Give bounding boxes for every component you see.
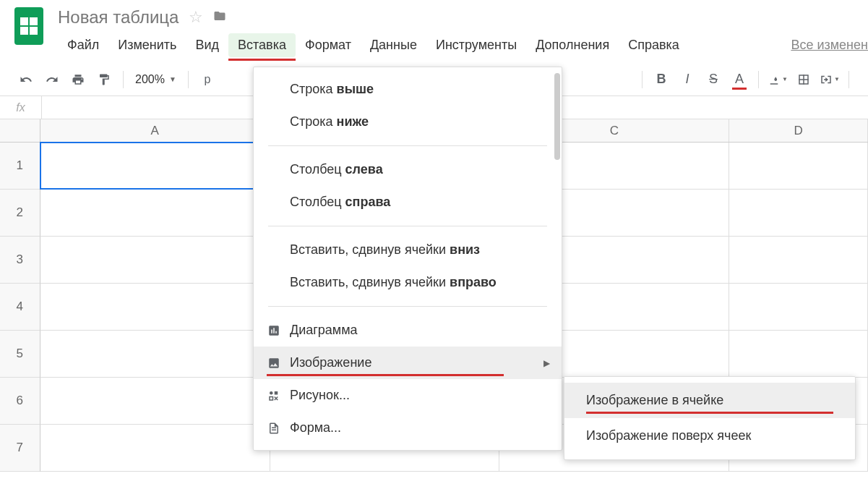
cell-a5[interactable] xyxy=(40,331,270,378)
menu-divider xyxy=(268,145,547,146)
folder-icon[interactable] xyxy=(213,9,226,26)
insert-dropdown: Строка выше Строка ниже Столбец слева Ст… xyxy=(253,67,562,451)
merge-cells-button[interactable]: ▼ xyxy=(818,68,841,91)
annotation-underline xyxy=(228,59,296,61)
menubar: Файл Изменить Вид Вставка Формат Данные … xyxy=(58,33,868,57)
menu-addons[interactable]: Дополнения xyxy=(526,33,619,57)
cell-a3[interactable] xyxy=(40,237,270,284)
chart-label: Диаграмма xyxy=(290,323,358,338)
row-above-bold: выше xyxy=(337,82,374,97)
text-color-button[interactable]: A xyxy=(728,68,751,91)
cell-a7[interactable] xyxy=(40,425,270,472)
cells-right-bold: вправо xyxy=(450,275,497,290)
strikethrough-button[interactable]: S xyxy=(702,68,725,91)
drawing-label: Рисунок... xyxy=(290,388,350,403)
insert-column-left[interactable]: Столбец слева xyxy=(254,153,562,186)
image-in-cell[interactable]: Изображение в ячейке xyxy=(564,383,855,418)
menu-divider xyxy=(268,306,547,307)
fx-label: fx xyxy=(0,96,42,119)
menu-file[interactable]: Файл xyxy=(58,33,108,57)
print-button[interactable] xyxy=(66,68,90,91)
insert-form[interactable]: Форма... xyxy=(254,412,562,444)
image-over-cells[interactable]: Изображение поверх ячеек xyxy=(564,418,855,454)
form-icon xyxy=(267,421,281,436)
cell-d4[interactable] xyxy=(729,284,868,331)
menu-insert-label: Вставка xyxy=(238,38,286,52)
svg-rect-1 xyxy=(275,391,278,395)
select-all-corner[interactable] xyxy=(0,119,40,142)
chart-icon xyxy=(267,323,281,338)
drawing-icon xyxy=(267,388,281,403)
image-over-cells-label: Изображение поверх ячеек xyxy=(586,428,751,443)
image-in-cell-label: Изображение в ячейке xyxy=(586,393,723,407)
cell-a6[interactable] xyxy=(40,378,270,425)
menu-tools[interactable]: Инструменты xyxy=(426,33,526,57)
menu-divider xyxy=(268,226,547,226)
row-header-5[interactable]: 5 xyxy=(0,331,40,378)
borders-button[interactable] xyxy=(792,68,815,91)
menu-help[interactable]: Справка xyxy=(619,33,689,57)
star-icon[interactable]: ☆ xyxy=(189,8,203,27)
undo-button[interactable] xyxy=(14,68,38,91)
col-left-pre: Столбец xyxy=(290,162,342,177)
row-header-6[interactable]: 6 xyxy=(0,378,40,425)
insert-column-right[interactable]: Столбец справа xyxy=(254,186,562,218)
row-header-3[interactable]: 3 xyxy=(0,237,40,284)
annotation-underline xyxy=(586,412,833,414)
cells-down-pre: Вставить, сдвинув ячейки xyxy=(290,242,446,258)
cell-a4[interactable] xyxy=(40,284,270,331)
col-left-bold: слева xyxy=(345,162,383,177)
row-header-2[interactable]: 2 xyxy=(0,190,40,237)
insert-row-below[interactable]: Строка ниже xyxy=(254,106,562,138)
cell-d5[interactable] xyxy=(729,331,868,378)
sheets-logo[interactable] xyxy=(14,7,43,45)
menu-view[interactable]: Вид xyxy=(186,33,228,57)
col-right-pre: Столбец xyxy=(290,195,342,210)
menu-data[interactable]: Данные xyxy=(361,33,426,57)
cells-down-bold: вниз xyxy=(450,242,480,258)
insert-drawing[interactable]: Рисунок... xyxy=(254,379,562,412)
currency-button[interactable]: р xyxy=(196,68,219,91)
form-label: Форма... xyxy=(290,420,341,436)
column-header-a[interactable]: A xyxy=(40,119,270,142)
row-header-7[interactable]: 7 xyxy=(0,425,40,472)
cell-d2[interactable] xyxy=(729,190,868,237)
cell-d3[interactable] xyxy=(729,237,868,284)
row-below-bold: ниже xyxy=(337,114,369,129)
row-below-pre: Строка xyxy=(290,114,333,129)
svg-point-0 xyxy=(270,391,273,395)
image-icon xyxy=(267,356,281,370)
bold-button[interactable]: B xyxy=(650,68,673,91)
italic-button[interactable]: I xyxy=(676,68,699,91)
row-header-1[interactable]: 1 xyxy=(0,143,40,190)
insert-cells-down[interactable]: Вставить, сдвинув ячейки вниз xyxy=(254,234,562,266)
cell-a2[interactable] xyxy=(40,190,270,237)
image-submenu: Изображение в ячейке Изображение поверх … xyxy=(564,376,856,460)
zoom-selector[interactable]: 200% ▼ xyxy=(131,73,181,86)
chevron-down-icon: ▼ xyxy=(169,75,176,83)
cells-right-pre: Вставить, сдвинув ячейки xyxy=(290,275,446,290)
save-status[interactable]: Все изменен xyxy=(791,38,868,53)
menu-insert[interactable]: Вставка xyxy=(228,33,296,57)
insert-image[interactable]: Изображение ▶ xyxy=(254,347,562,379)
cell-d1[interactable] xyxy=(729,143,868,190)
image-label: Изображение xyxy=(290,355,371,370)
chevron-right-icon: ▶ xyxy=(543,358,550,368)
fill-color-button[interactable]: ▼ xyxy=(766,68,789,91)
menu-edit[interactable]: Изменить xyxy=(108,33,186,57)
redo-button[interactable] xyxy=(40,68,64,91)
paint-format-button[interactable] xyxy=(93,68,116,91)
menu-format[interactable]: Формат xyxy=(296,33,361,57)
document-title[interactable]: Новая таблица xyxy=(58,7,179,27)
annotation-underline xyxy=(267,374,504,376)
cell-a1[interactable] xyxy=(40,142,270,190)
column-header-d[interactable]: D xyxy=(729,119,868,142)
row-header-4[interactable]: 4 xyxy=(0,284,40,331)
col-right-bold: справа xyxy=(345,195,391,210)
app-header: Новая таблица ☆ Файл Изменить Вид Вставк… xyxy=(0,0,868,57)
insert-row-above[interactable]: Строка выше xyxy=(254,73,562,106)
insert-chart[interactable]: Диаграмма xyxy=(254,314,562,347)
row-above-pre: Строка xyxy=(290,82,333,97)
zoom-value: 200% xyxy=(135,73,165,86)
insert-cells-right[interactable]: Вставить, сдвинув ячейки вправо xyxy=(254,266,562,299)
